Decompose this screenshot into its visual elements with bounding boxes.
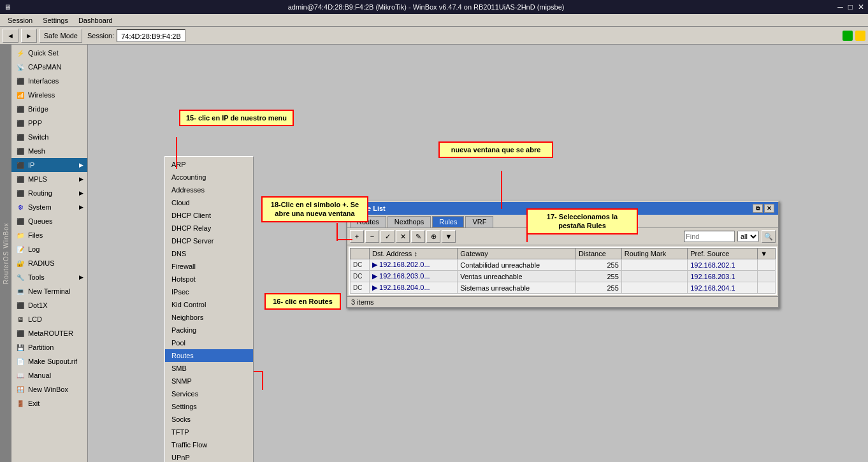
submenu-socks[interactable]: Socks: [165, 413, 253, 426]
nav-item-tools[interactable]: 🔧 Tools ▶: [11, 270, 87, 284]
submenu-upnp[interactable]: UPnP: [165, 451, 253, 462]
nav-item-manual[interactable]: 📖 Manual: [11, 368, 87, 382]
find-input[interactable]: [684, 231, 735, 242]
submenu-packing[interactable]: Packing: [165, 324, 253, 336]
nav-item-mpls[interactable]: ⬛ MPLS ▶: [11, 172, 87, 186]
sort-route-button[interactable]: ▼: [442, 230, 456, 243]
mpls-arrow: ▶: [79, 176, 83, 182]
submenu-dns[interactable]: DNS: [165, 247, 253, 260]
submenu-snmp[interactable]: SNMP: [165, 375, 253, 387]
submenu-dhcp-client[interactable]: DHCP Client: [165, 209, 253, 222]
main-layout: RouterOS WinBox ⚡ Quick Set 📡 CAPsMAN ⬛ …: [0, 45, 868, 462]
submenu-arp[interactable]: ARP: [165, 158, 253, 171]
find-button[interactable]: 🔍: [762, 230, 776, 243]
col-expand[interactable]: ▼: [758, 249, 776, 259]
nav-item-queues[interactable]: ⬛ Queues: [11, 214, 87, 228]
window-controls: ─ □ ✕: [837, 3, 864, 11]
tab-rules[interactable]: Rules: [432, 216, 464, 227]
col-pref-source[interactable]: Pref. Source: [688, 249, 758, 259]
ip-submenu: ARP Accounting Addresses Cloud DHCP Clie…: [164, 156, 254, 462]
nav-item-log[interactable]: 📝 Log: [11, 242, 87, 256]
submenu-routes[interactable]: Routes: [165, 349, 253, 362]
submenu-firewall[interactable]: Firewall: [165, 260, 253, 273]
submenu-smb[interactable]: SMB: [165, 362, 253, 375]
quickset-icon: ⚡: [15, 48, 25, 58]
window-resize-btn[interactable]: ⧉: [753, 204, 763, 213]
nav-item-mesh[interactable]: ⬛ Mesh: [11, 144, 87, 158]
minimize-button[interactable]: ─: [837, 3, 843, 11]
nav-item-capsman[interactable]: 📡 CAPsMAN: [11, 60, 87, 74]
table-row[interactable]: DC ▶ 192.168.203.0... Ventas unreachable…: [351, 271, 776, 282]
tools-icon: 🔧: [15, 272, 25, 282]
submenu-pool[interactable]: Pool: [165, 336, 253, 349]
window-close-btn[interactable]: ✕: [764, 204, 774, 213]
nav-item-make-supout[interactable]: 📄 Make Supout.rif: [11, 354, 87, 368]
safe-mode-button[interactable]: Safe Mode: [40, 29, 82, 43]
submenu-dhcp-server[interactable]: DHCP Server: [165, 235, 253, 247]
window-controls: ⧉ ✕: [753, 204, 774, 213]
nav-item-new-winbox[interactable]: 🪟 New WinBox: [11, 382, 87, 396]
submenu-kid-control[interactable]: Kid Control: [165, 298, 253, 311]
nav-item-bridge[interactable]: ⬛ Bridge: [11, 102, 87, 116]
submenu-tftp[interactable]: TFTP: [165, 426, 253, 438]
menu-settings[interactable]: Settings: [38, 17, 73, 24]
bridge-icon: ⬛: [15, 104, 25, 114]
col-routing-mark[interactable]: Routing Mark: [621, 249, 687, 259]
col-dst[interactable]: Dst. Address ↕: [370, 249, 458, 259]
nav-item-metarouter[interactable]: ⬛ MetaROUTER: [11, 326, 87, 340]
table-row[interactable]: DC ▶ 192.168.204.0... Sistemas unreachab…: [351, 282, 776, 294]
row-gateway: Sistemas unreachable: [458, 282, 576, 294]
submenu-hotspot[interactable]: Hotspot: [165, 273, 253, 285]
nav-item-partition[interactable]: 💾 Partition: [11, 340, 87, 354]
submenu-settings[interactable]: Settings: [165, 400, 253, 413]
row-distance: 255: [575, 259, 621, 271]
manual-icon: 📖: [15, 370, 25, 380]
nav-item-quickset[interactable]: ⚡ Quick Set: [11, 46, 87, 60]
nav-item-dot1x[interactable]: ⬛ Dot1X: [11, 298, 87, 312]
submenu-neighbors[interactable]: Neighbors: [165, 311, 253, 324]
nav-item-interfaces[interactable]: ⬛ Interfaces: [11, 74, 87, 88]
forward-button[interactable]: ►: [21, 29, 37, 43]
tab-vrf[interactable]: VRF: [465, 216, 493, 227]
nav-item-ip[interactable]: ⬛ IP ▶: [11, 158, 87, 172]
tab-nexthops[interactable]: Nexthops: [387, 216, 431, 227]
submenu-dhcp-relay[interactable]: DHCP Relay: [165, 222, 253, 235]
add-route-button[interactable]: +: [350, 230, 364, 243]
maximize-button[interactable]: □: [848, 3, 853, 11]
nav-item-terminal[interactable]: 💻 New Terminal: [11, 284, 87, 298]
back-button[interactable]: ◄: [3, 29, 18, 43]
menu-dashboard[interactable]: Dashboard: [73, 17, 118, 24]
submenu-traffic-flow[interactable]: Traffic Flow: [165, 438, 253, 451]
menu-session[interactable]: Session: [3, 17, 38, 24]
submenu-services[interactable]: Services: [165, 387, 253, 400]
nav-item-radius[interactable]: 🔐 RADIUS: [11, 256, 87, 270]
nav-item-wireless[interactable]: 📶 Wireless: [11, 88, 87, 102]
submenu-cloud[interactable]: Cloud: [165, 196, 253, 209]
submenu-addresses[interactable]: Addresses: [165, 184, 253, 196]
col-gateway[interactable]: Gateway: [458, 249, 576, 259]
wireless-icon: 📶: [15, 90, 25, 100]
exit-icon: 🚪: [15, 398, 25, 408]
enable-route-button[interactable]: ✓: [380, 230, 394, 243]
find-select[interactable]: all: [737, 231, 759, 242]
nav-item-system[interactable]: ⚙ System ▶: [11, 200, 87, 214]
row-distance: 255: [575, 282, 621, 294]
routeros-label: RouterOS WinBox: [0, 45, 11, 462]
submenu-ipsec[interactable]: IPsec: [165, 285, 253, 298]
table-row[interactable]: DC ▶ 192.168.202.0... Contabilidad unrea…: [351, 259, 776, 271]
disable-route-button[interactable]: ✕: [396, 230, 410, 243]
remove-route-button[interactable]: −: [365, 230, 379, 243]
nav-item-switch[interactable]: ⬛ Switch: [11, 130, 87, 144]
route-count: 3 items: [351, 298, 373, 306]
copy-route-button[interactable]: ⊕: [426, 230, 440, 243]
nav-item-files[interactable]: 📁 Files: [11, 228, 87, 242]
close-button[interactable]: ✕: [858, 3, 864, 11]
nav-item-lcd[interactable]: 🖥 LCD: [11, 312, 87, 326]
route-status-bar: 3 items: [347, 296, 778, 307]
nav-item-exit[interactable]: 🚪 Exit: [11, 396, 87, 410]
nav-item-ppp[interactable]: ⬛ PPP: [11, 116, 87, 130]
submenu-accounting[interactable]: Accounting: [165, 171, 253, 184]
comment-route-button[interactable]: ✎: [411, 230, 425, 243]
col-distance[interactable]: Distance: [575, 249, 621, 259]
nav-item-routing[interactable]: ⬛ Routing ▶: [11, 186, 87, 200]
